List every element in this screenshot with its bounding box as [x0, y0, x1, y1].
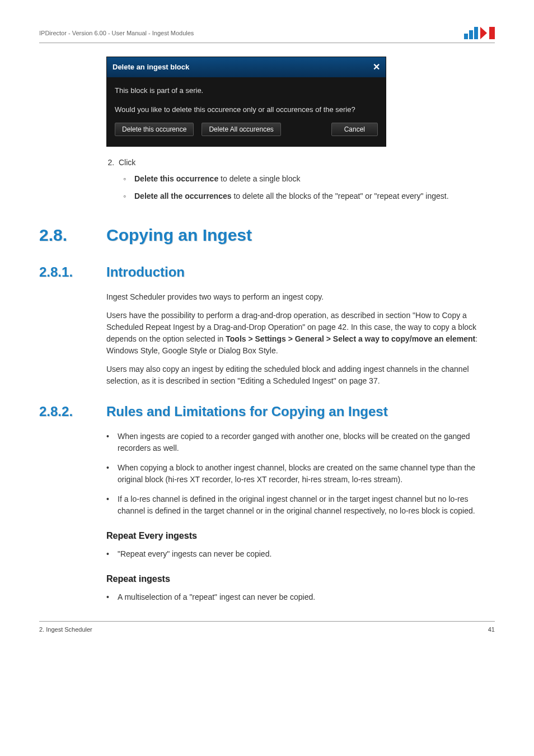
- footer-left: 2. Ingest Scheduler: [39, 625, 92, 634]
- section-2-8-1: 2.8.1. Introduction: [39, 262, 495, 282]
- dialog-buttons: Delete this occurence Delete All occuren…: [115, 123, 378, 136]
- heading-repeat-every: Repeat Every ingests: [106, 529, 489, 543]
- p-281-2b: Tools > Settings > General > Select a wa…: [226, 334, 475, 343]
- footer-page-num: 41: [488, 625, 495, 634]
- section-2-8-num: 2.8.: [39, 222, 106, 248]
- dialog-text-1: This block is part of a serie.: [115, 85, 378, 96]
- section-2-8-2-title: Rules and Limitations for Copying an Ing…: [106, 402, 388, 422]
- section-2-8-1-body: Ingest Scheduler provides two ways to pe…: [106, 291, 489, 387]
- evs-logo: [464, 27, 495, 39]
- section-2-8-1-title: Introduction: [106, 262, 185, 282]
- step-2: Click Delete this occurrence to delete a…: [116, 157, 489, 202]
- step-2-opt-2-bold: Delete all the occurrences: [134, 192, 232, 200]
- section-2-8: 2.8. Copying an Ingest: [39, 222, 495, 248]
- step-2-opt-2-rest: to delete all the blocks of the "repeat"…: [232, 192, 449, 200]
- step-list: Click Delete this occurrence to delete a…: [106, 157, 489, 202]
- p-281-1: Ingest Scheduler provides two ways to pe…: [106, 291, 489, 303]
- section-2-8-2-body: When ingests are copied to a recorder ga…: [106, 431, 489, 603]
- delete-ingest-dialog: Delete an ingest block ✕ This block is p…: [106, 57, 386, 147]
- dialog-titlebar: Delete an ingest block ✕: [107, 57, 386, 77]
- bullet-282-2: When copying a block to another ingest c…: [106, 462, 489, 486]
- dialog-screenshot: Delete an ingest block ✕ This block is p…: [106, 57, 495, 147]
- bullet-282-3: If a lo-res channel is defined in the or…: [106, 493, 489, 517]
- delete-this-button[interactable]: Delete this occurence: [115, 123, 194, 136]
- dialog-title: Delete an ingest block: [113, 62, 189, 73]
- step-2-opt-1: Delete this occurrence to delete a singl…: [123, 173, 489, 185]
- dialog-text-2: Would you like to delete this occurence …: [115, 104, 378, 115]
- bullet-282-1: When ingests are copied to a recorder ga…: [106, 431, 489, 454]
- bullet-re-1: "Repeat every" ingests can never be copi…: [106, 548, 489, 560]
- step-2-opt-2: Delete all the occurrences to delete all…: [123, 190, 489, 202]
- step-2-opt-1-bold: Delete this occurrence: [134, 174, 218, 183]
- page-footer: 2. Ingest Scheduler 41: [39, 621, 495, 634]
- p-281-3: Users may also copy an ingest by editing…: [106, 363, 489, 387]
- close-icon[interactable]: ✕: [373, 60, 380, 74]
- section-2-8-1-num: 2.8.1.: [39, 262, 106, 282]
- bullet-r-1: A multiselection of a "repeat" ingest ca…: [106, 591, 489, 603]
- section-2-8-title: Copying an Ingest: [106, 222, 252, 248]
- delete-all-button[interactable]: Delete All occurences: [202, 123, 280, 136]
- step-2-label: Click: [119, 158, 135, 167]
- p-281-2: Users have the possibility to perform a …: [106, 310, 489, 357]
- page-header: IPDirector - Version 6.00 - User Manual …: [39, 27, 495, 43]
- section-2-8-2: 2.8.2. Rules and Limitations for Copying…: [39, 402, 495, 422]
- section-2-8-2-num: 2.8.2.: [39, 402, 106, 422]
- dialog-body: This block is part of a serie. Would you…: [107, 77, 386, 146]
- step-2-opt-1-rest: to delete a single block: [218, 174, 300, 183]
- heading-repeat: Repeat ingests: [106, 572, 489, 586]
- header-title: IPDirector - Version 6.00 - User Manual …: [39, 29, 194, 38]
- cancel-button[interactable]: Cancel: [331, 123, 378, 136]
